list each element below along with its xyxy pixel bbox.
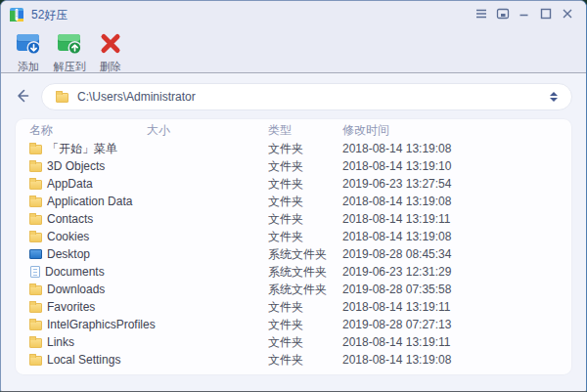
- table-row[interactable]: Documents 系统文件夹 2019-06-23 12:31:29: [16, 263, 571, 281]
- folder-icon: [29, 356, 42, 366]
- app-window: 52好压: [0, 0, 587, 392]
- file-type: 文件夹: [268, 299, 342, 316]
- table-row[interactable]: Desktop 系统文件夹 2019-08-28 08:45:34: [16, 245, 571, 263]
- folder-icon: [29, 215, 42, 225]
- menu-icon: [474, 6, 489, 24]
- table-row[interactable]: 「开始」菜单 文件夹 2018-08-14 13:19:08: [16, 140, 571, 157]
- file-modified: 2018-08-14 13:19:08: [342, 353, 571, 367]
- window-title: 52好压: [31, 7, 68, 23]
- table-row[interactable]: Application Data 文件夹 2018-08-14 13:19:08: [16, 193, 571, 210]
- menu-button[interactable]: [473, 6, 490, 23]
- file-modified: 2018-08-14 13:19:10: [342, 159, 571, 173]
- delete-button[interactable]: 删除: [91, 30, 130, 74]
- window-controls: [473, 6, 576, 23]
- file-type: 文件夹: [268, 317, 342, 333]
- table-row[interactable]: Downloads 系统文件夹 2019-08-28 07:35:58: [16, 281, 571, 298]
- table-row[interactable]: IntelGraphicsProfiles 文件夹 2019-08-28 07:…: [16, 316, 571, 333]
- minimize-icon: [517, 6, 532, 24]
- spinner-up-icon: [550, 92, 558, 96]
- file-modified: 2019-08-28 07:35:58: [342, 283, 571, 296]
- folder-icon: [29, 197, 42, 207]
- folder-icon: [29, 145, 42, 154]
- column-header-size[interactable]: 大小: [147, 122, 268, 139]
- address-path[interactable]: C:\Users\Administrator: [77, 90, 548, 104]
- back-button[interactable]: [11, 85, 34, 109]
- file-name: Desktop: [47, 247, 90, 261]
- file-modified: 2018-08-14 13:19:08: [342, 195, 571, 208]
- file-list-panel: 名称 大小 类型 修改时间 「开始」菜单 文件夹 2018-08-14 13:1…: [15, 118, 572, 375]
- file-name: 3D Objects: [47, 159, 105, 173]
- delete-icon: [95, 30, 126, 61]
- document-icon: [30, 266, 40, 278]
- folder-icon: [56, 93, 68, 103]
- file-modified: 2018-08-14 13:19:11: [342, 212, 571, 226]
- folder-icon: [29, 338, 42, 348]
- table-row[interactable]: Cookies 文件夹 2018-08-14 13:19:08: [16, 228, 571, 245]
- add-archive-icon: [13, 30, 44, 61]
- updown-spinner-icon[interactable]: [548, 90, 560, 104]
- close-button[interactable]: [559, 6, 576, 23]
- maximize-icon: [538, 6, 554, 24]
- file-type: 文件夹: [268, 211, 342, 228]
- file-type: 文件夹: [268, 176, 342, 193]
- file-type: 文件夹: [268, 194, 342, 210]
- file-type: 文件夹: [268, 229, 342, 245]
- column-header-modified[interactable]: 修改时间: [342, 122, 571, 139]
- table-header: 名称 大小 类型 修改时间: [16, 119, 571, 140]
- table-row[interactable]: Links 文件夹 2018-08-14 13:19:11: [16, 333, 571, 351]
- file-type: 文件夹: [268, 141, 342, 157]
- table-row[interactable]: Contacts 文件夹 2018-08-14 13:19:11: [16, 210, 571, 228]
- table-row[interactable]: 3D Objects 文件夹 2018-08-14 13:19:10: [16, 157, 571, 175]
- table-row[interactable]: Favorites 文件夹 2018-08-14 13:19:11: [16, 298, 571, 316]
- file-name: Local Settings: [47, 353, 120, 367]
- close-icon: [560, 6, 575, 24]
- table-row[interactable]: Local Settings 文件夹 2018-08-14 13:19:08: [16, 351, 571, 369]
- file-type: 系统文件夹: [268, 246, 342, 263]
- table-row[interactable]: AppData 文件夹 2019-06-23 13:27:54: [16, 175, 571, 193]
- boss-window-button[interactable]: [494, 6, 512, 23]
- maximize-button[interactable]: [537, 6, 555, 23]
- folder-icon: [29, 162, 42, 172]
- file-type: 文件夹: [268, 352, 342, 369]
- spinner-down-icon: [550, 98, 558, 102]
- file-name: 「开始」菜单: [47, 141, 117, 157]
- folder-icon: [29, 303, 42, 313]
- extract-to-button-label: 解压到: [54, 60, 86, 74]
- navigation-row: C:\Users\Administrator: [1, 73, 586, 118]
- title-bar: 52好压: [1, 1, 586, 28]
- file-name: Cookies: [47, 230, 89, 243]
- folder-icon: [29, 285, 42, 295]
- file-modified: 2018-08-14 13:19:11: [342, 335, 571, 349]
- app-logo-icon: [9, 7, 24, 22]
- file-type: 系统文件夹: [268, 264, 342, 281]
- column-header-type[interactable]: 类型: [268, 122, 342, 139]
- boss-window-icon: [495, 6, 511, 24]
- file-modified: 2019-06-23 12:31:29: [342, 265, 571, 279]
- file-modified: 2018-08-14 13:19:08: [342, 142, 571, 155]
- add-button[interactable]: 添加: [9, 30, 48, 74]
- title-left: 52好压: [9, 7, 68, 23]
- file-type: 系统文件夹: [268, 282, 342, 298]
- delete-button-label: 删除: [100, 60, 121, 74]
- address-bar[interactable]: C:\Users\Administrator: [41, 83, 572, 110]
- file-name: AppData: [47, 177, 93, 191]
- file-modified: 2018-08-14 13:19:08: [342, 230, 571, 243]
- toolbar: 添加 解压到 删除: [1, 28, 586, 73]
- folder-icon: [29, 233, 42, 242]
- file-name: Application Data: [47, 195, 132, 208]
- extract-to-icon: [54, 30, 85, 61]
- file-type: 文件夹: [268, 334, 342, 351]
- folder-icon: [29, 321, 42, 330]
- add-button-label: 添加: [18, 60, 39, 74]
- file-name: Downloads: [47, 283, 105, 296]
- folder-icon: [29, 180, 42, 190]
- desktop-icon: [29, 249, 42, 259]
- extract-to-button[interactable]: 解压到: [50, 30, 89, 74]
- file-modified: 2019-08-28 08:45:34: [342, 247, 571, 261]
- minimize-button[interactable]: [516, 6, 533, 23]
- file-modified: 2019-08-28 07:27:13: [342, 318, 571, 331]
- file-type: 文件夹: [268, 158, 342, 175]
- file-name: IntelGraphicsProfiles: [47, 318, 156, 331]
- column-header-name[interactable]: 名称: [29, 122, 147, 139]
- file-name: Links: [47, 335, 74, 349]
